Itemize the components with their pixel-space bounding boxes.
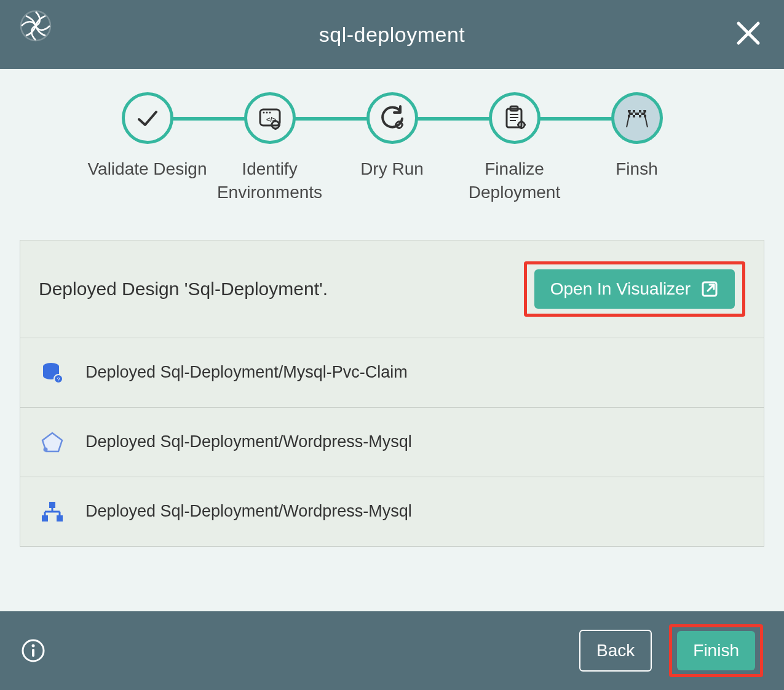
back-button[interactable]: Back bbox=[579, 630, 652, 672]
svg-point-36 bbox=[44, 447, 48, 451]
results-panel: Deployed Design 'Sql-Deployment'. Open I… bbox=[20, 240, 764, 547]
svg-rect-28 bbox=[639, 115, 641, 117]
finish-button-label: Finish bbox=[693, 641, 739, 660]
external-link-icon bbox=[700, 280, 719, 298]
deployed-item-text: Deployed Sql-Deployment/Mysql-Pvc-Claim bbox=[85, 363, 408, 382]
svg-rect-18 bbox=[628, 110, 630, 113]
deployed-item-row: ? Deployed Sql-Deployment/Mysql-Pvc-Clai… bbox=[20, 338, 764, 408]
svg-point-45 bbox=[32, 644, 35, 648]
summary-message: Deployed Design 'Sql-Deployment'. bbox=[39, 279, 328, 299]
check-icon bbox=[134, 105, 161, 132]
open-in-visualizer-button[interactable]: Open In Visualizer bbox=[534, 269, 735, 309]
svg-rect-39 bbox=[57, 515, 63, 521]
close-icon bbox=[735, 20, 762, 47]
step-finish: Finsh bbox=[576, 92, 698, 181]
svg-rect-22 bbox=[628, 115, 630, 117]
svg-point-4 bbox=[263, 112, 264, 114]
summary-row: Deployed Design 'Sql-Deployment'. Open I… bbox=[20, 240, 764, 338]
svg-rect-26 bbox=[641, 113, 644, 115]
svg-rect-27 bbox=[636, 113, 639, 115]
dialog-header: sql-deployment bbox=[0, 0, 784, 69]
pentagon-icon bbox=[39, 429, 66, 456]
stepper: Validate Design </> Identify Environment… bbox=[0, 69, 784, 223]
svg-rect-38 bbox=[42, 515, 48, 521]
deployed-item-row: Deployed Sql-Deployment/Wordpress-Mysql bbox=[20, 408, 764, 477]
step-label: Finalize Deployment bbox=[453, 157, 576, 204]
svg-rect-29 bbox=[644, 115, 646, 117]
step-dry-run: Dry Run bbox=[331, 92, 453, 181]
back-button-label: Back bbox=[596, 641, 635, 660]
step-validate-design: Validate Design bbox=[86, 92, 208, 181]
finish-button[interactable]: Finish bbox=[677, 631, 755, 670]
step-label: Validate Design bbox=[87, 157, 207, 181]
svg-rect-24 bbox=[639, 110, 641, 113]
close-button[interactable] bbox=[735, 20, 762, 47]
svg-rect-23 bbox=[633, 115, 635, 117]
org-chart-icon bbox=[39, 498, 66, 525]
svg-rect-37 bbox=[49, 502, 55, 508]
clipboard-gear-icon bbox=[501, 104, 529, 132]
deployed-item-text: Deployed Sql-Deployment/Wordpress-Mysql bbox=[85, 432, 412, 451]
svg-text:?: ? bbox=[57, 376, 60, 383]
info-icon bbox=[21, 638, 46, 663]
refresh-gear-icon bbox=[378, 104, 406, 132]
step-label: Finsh bbox=[616, 157, 657, 181]
finish-button-highlight: Finish bbox=[669, 624, 763, 677]
open-visualizer-highlight: Open In Visualizer bbox=[524, 261, 745, 317]
checkered-flags-icon bbox=[622, 103, 652, 133]
info-button[interactable] bbox=[21, 638, 46, 663]
svg-rect-19 bbox=[633, 110, 635, 113]
deployed-item-text: Deployed Sql-Deployment/Wordpress-Mysql bbox=[85, 502, 412, 521]
app-logo-icon bbox=[18, 9, 53, 43]
deployed-item-row: Deployed Sql-Deployment/Wordpress-Mysql bbox=[20, 477, 764, 546]
code-settings-icon: </> bbox=[256, 105, 283, 132]
svg-line-16 bbox=[627, 110, 630, 127]
step-label: Dry Run bbox=[360, 157, 424, 181]
database-icon: ? bbox=[39, 359, 66, 386]
dialog-footer: Back Finish bbox=[0, 611, 784, 690]
step-finalize-deployment: Finalize Deployment bbox=[453, 92, 576, 204]
step-label: Identify Environments bbox=[208, 157, 331, 204]
svg-line-17 bbox=[644, 110, 647, 127]
svg-rect-20 bbox=[630, 113, 633, 115]
svg-point-5 bbox=[266, 112, 267, 114]
svg-rect-25 bbox=[644, 110, 646, 113]
open-in-visualizer-label: Open In Visualizer bbox=[550, 279, 691, 299]
results-panel-container: Deployed Design 'Sql-Deployment'. Open I… bbox=[0, 223, 784, 559]
svg-point-6 bbox=[269, 112, 271, 114]
dialog-title: sql-deployment bbox=[319, 23, 465, 47]
svg-rect-46 bbox=[32, 649, 34, 657]
step-identify-environments: </> Identify Environments bbox=[208, 92, 331, 204]
